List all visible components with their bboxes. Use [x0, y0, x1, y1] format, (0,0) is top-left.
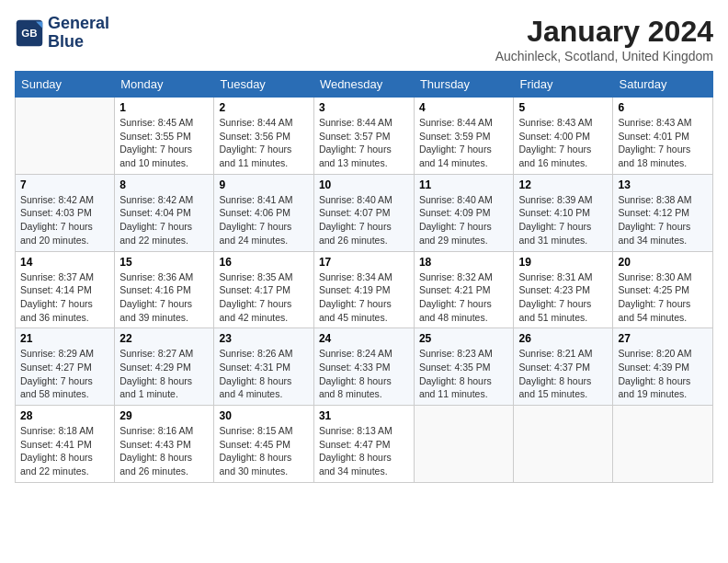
calendar-body: 1Sunrise: 8:45 AMSunset: 3:55 PMDaylight… — [16, 98, 713, 483]
day-header-saturday: Saturday — [613, 72, 713, 98]
calendar-cell: 19Sunrise: 8:31 AMSunset: 4:23 PMDayligh… — [514, 251, 613, 328]
calendar-cell: 12Sunrise: 8:39 AMSunset: 4:10 PMDayligh… — [514, 174, 613, 251]
calendar-cell: 20Sunrise: 8:30 AMSunset: 4:25 PMDayligh… — [613, 251, 713, 328]
calendar-cell: 27Sunrise: 8:20 AMSunset: 4:39 PMDayligh… — [613, 328, 713, 406]
day-number: 27 — [618, 332, 708, 345]
calendar-cell: 9Sunrise: 8:41 AMSunset: 4:06 PMDaylight… — [214, 174, 313, 251]
day-info: Sunrise: 8:24 AMSunset: 4:33 PMDaylight:… — [319, 347, 409, 401]
logo-icon: GB — [15, 18, 44, 48]
day-number: 21 — [20, 332, 109, 345]
day-info: Sunrise: 8:34 AMSunset: 4:19 PMDaylight:… — [319, 270, 409, 325]
day-header-wednesday: Wednesday — [313, 72, 414, 98]
day-number: 28 — [20, 409, 109, 422]
day-number: 20 — [618, 256, 708, 269]
day-number: 10 — [319, 178, 409, 191]
week-row-4: 28Sunrise: 8:18 AMSunset: 4:41 PMDayligh… — [16, 406, 713, 483]
calendar-cell: 22Sunrise: 8:27 AMSunset: 4:29 PMDayligh… — [115, 328, 214, 406]
calendar-cell: 10Sunrise: 8:40 AMSunset: 4:07 PMDayligh… — [313, 174, 414, 251]
day-number: 14 — [20, 256, 109, 269]
day-info: Sunrise: 8:20 AMSunset: 4:39 PMDaylight:… — [618, 347, 708, 401]
day-info: Sunrise: 8:39 AMSunset: 4:10 PMDaylight:… — [518, 193, 608, 247]
day-info: Sunrise: 8:44 AMSunset: 3:59 PMDaylight:… — [419, 116, 509, 170]
calendar-cell: 25Sunrise: 8:23 AMSunset: 4:35 PMDayligh… — [414, 328, 514, 406]
day-info: Sunrise: 8:36 AMSunset: 4:16 PMDaylight:… — [119, 270, 209, 325]
calendar-cell — [414, 406, 514, 483]
day-number: 12 — [518, 178, 608, 191]
day-header-sunday: Sunday — [16, 72, 115, 98]
day-number: 24 — [319, 332, 409, 345]
calendar-cell: 21Sunrise: 8:29 AMSunset: 4:27 PMDayligh… — [16, 328, 115, 406]
day-number: 19 — [518, 256, 608, 269]
calendar-table: SundayMondayTuesdayWednesdayThursdayFrid… — [15, 71, 713, 483]
calendar-cell — [514, 406, 613, 483]
calendar-cell: 29Sunrise: 8:16 AMSunset: 4:43 PMDayligh… — [115, 406, 214, 483]
calendar-cell: 30Sunrise: 8:15 AMSunset: 4:45 PMDayligh… — [214, 406, 313, 483]
calendar-cell: 24Sunrise: 8:24 AMSunset: 4:33 PMDayligh… — [313, 328, 414, 406]
week-row-2: 14Sunrise: 8:37 AMSunset: 4:14 PMDayligh… — [16, 251, 713, 328]
title-block: January 2024 Auchinleck, Scotland, Unite… — [495, 15, 713, 63]
day-info: Sunrise: 8:27 AMSunset: 4:29 PMDaylight:… — [119, 347, 209, 401]
day-info: Sunrise: 8:23 AMSunset: 4:35 PMDaylight:… — [419, 347, 509, 401]
calendar-cell: 18Sunrise: 8:32 AMSunset: 4:21 PMDayligh… — [414, 251, 514, 328]
day-info: Sunrise: 8:43 AMSunset: 4:00 PMDaylight:… — [518, 116, 608, 170]
day-info: Sunrise: 8:13 AMSunset: 4:47 PMDaylight:… — [319, 424, 409, 478]
calendar-cell: 26Sunrise: 8:21 AMSunset: 4:37 PMDayligh… — [514, 328, 613, 406]
day-info: Sunrise: 8:30 AMSunset: 4:25 PMDaylight:… — [618, 270, 708, 325]
svg-text:GB: GB — [21, 27, 37, 38]
calendar-cell: 3Sunrise: 8:44 AMSunset: 3:57 PMDaylight… — [313, 98, 414, 175]
day-number: 2 — [219, 101, 308, 114]
day-header-thursday: Thursday — [414, 72, 514, 98]
day-number: 22 — [119, 332, 209, 345]
calendar-cell: 15Sunrise: 8:36 AMSunset: 4:16 PMDayligh… — [115, 251, 214, 328]
page-header: GB General Blue January 2024 Auchinleck,… — [15, 15, 713, 63]
day-info: Sunrise: 8:41 AMSunset: 4:06 PMDaylight:… — [219, 193, 308, 247]
day-number: 6 — [618, 101, 708, 114]
day-info: Sunrise: 8:42 AMSunset: 4:04 PMDaylight:… — [119, 193, 209, 247]
logo-text: General Blue — [48, 15, 109, 52]
day-number: 26 — [518, 332, 608, 345]
day-info: Sunrise: 8:45 AMSunset: 3:55 PMDaylight:… — [119, 116, 209, 170]
day-number: 13 — [618, 178, 708, 191]
day-info: Sunrise: 8:26 AMSunset: 4:31 PMDaylight:… — [219, 347, 308, 401]
calendar-cell: 23Sunrise: 8:26 AMSunset: 4:31 PMDayligh… — [214, 328, 313, 406]
week-row-3: 21Sunrise: 8:29 AMSunset: 4:27 PMDayligh… — [16, 328, 713, 406]
day-number: 25 — [419, 332, 509, 345]
day-number: 29 — [119, 409, 209, 422]
day-number: 17 — [319, 256, 409, 269]
day-info: Sunrise: 8:42 AMSunset: 4:03 PMDaylight:… — [20, 193, 109, 247]
day-number: 1 — [119, 101, 209, 114]
day-info: Sunrise: 8:44 AMSunset: 3:57 PMDaylight:… — [319, 116, 409, 170]
calendar-cell: 1Sunrise: 8:45 AMSunset: 3:55 PMDaylight… — [115, 98, 214, 175]
day-info: Sunrise: 8:18 AMSunset: 4:41 PMDaylight:… — [20, 424, 109, 478]
calendar-header: SundayMondayTuesdayWednesdayThursdayFrid… — [16, 72, 713, 98]
day-info: Sunrise: 8:31 AMSunset: 4:23 PMDaylight:… — [518, 270, 608, 325]
day-info: Sunrise: 8:40 AMSunset: 4:07 PMDaylight:… — [319, 193, 409, 247]
day-number: 8 — [119, 178, 209, 191]
day-info: Sunrise: 8:15 AMSunset: 4:45 PMDaylight:… — [219, 424, 308, 478]
day-header-tuesday: Tuesday — [214, 72, 313, 98]
calendar-cell: 2Sunrise: 8:44 AMSunset: 3:56 PMDaylight… — [214, 98, 313, 175]
day-info: Sunrise: 8:44 AMSunset: 3:56 PMDaylight:… — [219, 116, 308, 170]
calendar-cell: 7Sunrise: 8:42 AMSunset: 4:03 PMDaylight… — [16, 174, 115, 251]
month-title: January 2024 — [495, 15, 713, 49]
calendar-cell: 13Sunrise: 8:38 AMSunset: 4:12 PMDayligh… — [613, 174, 713, 251]
day-info: Sunrise: 8:16 AMSunset: 4:43 PMDaylight:… — [119, 424, 209, 478]
calendar-cell — [613, 406, 713, 483]
calendar-cell: 31Sunrise: 8:13 AMSunset: 4:47 PMDayligh… — [313, 406, 414, 483]
location: Auchinleck, Scotland, United Kingdom — [495, 49, 713, 63]
calendar-cell: 5Sunrise: 8:43 AMSunset: 4:00 PMDaylight… — [514, 98, 613, 175]
calendar-cell: 16Sunrise: 8:35 AMSunset: 4:17 PMDayligh… — [214, 251, 313, 328]
calendar-cell: 17Sunrise: 8:34 AMSunset: 4:19 PMDayligh… — [313, 251, 414, 328]
calendar-cell: 11Sunrise: 8:40 AMSunset: 4:09 PMDayligh… — [414, 174, 514, 251]
calendar-cell: 6Sunrise: 8:43 AMSunset: 4:01 PMDaylight… — [613, 98, 713, 175]
day-header-monday: Monday — [115, 72, 214, 98]
day-info: Sunrise: 8:32 AMSunset: 4:21 PMDaylight:… — [419, 270, 509, 325]
day-number: 11 — [419, 178, 509, 191]
day-number: 16 — [219, 256, 308, 269]
calendar-cell: 8Sunrise: 8:42 AMSunset: 4:04 PMDaylight… — [115, 174, 214, 251]
logo: GB General Blue — [15, 15, 109, 52]
calendar-cell: 28Sunrise: 8:18 AMSunset: 4:41 PMDayligh… — [16, 406, 115, 483]
day-info: Sunrise: 8:21 AMSunset: 4:37 PMDaylight:… — [518, 347, 608, 401]
day-info: Sunrise: 8:40 AMSunset: 4:09 PMDaylight:… — [419, 193, 509, 247]
day-info: Sunrise: 8:37 AMSunset: 4:14 PMDaylight:… — [20, 270, 109, 325]
